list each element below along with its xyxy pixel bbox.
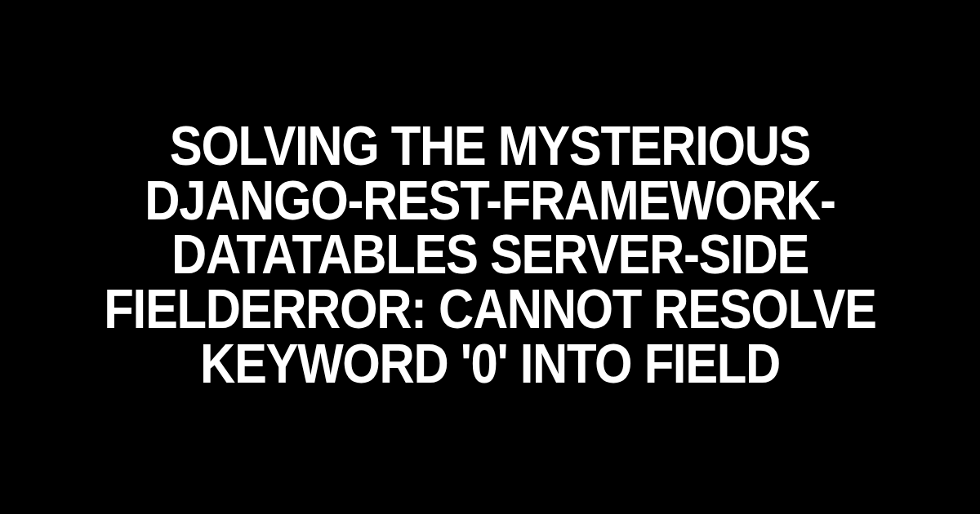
page-title: SOLVING THE MYSTERIOUS DJANGO-REST-FRAME… xyxy=(74,118,907,390)
